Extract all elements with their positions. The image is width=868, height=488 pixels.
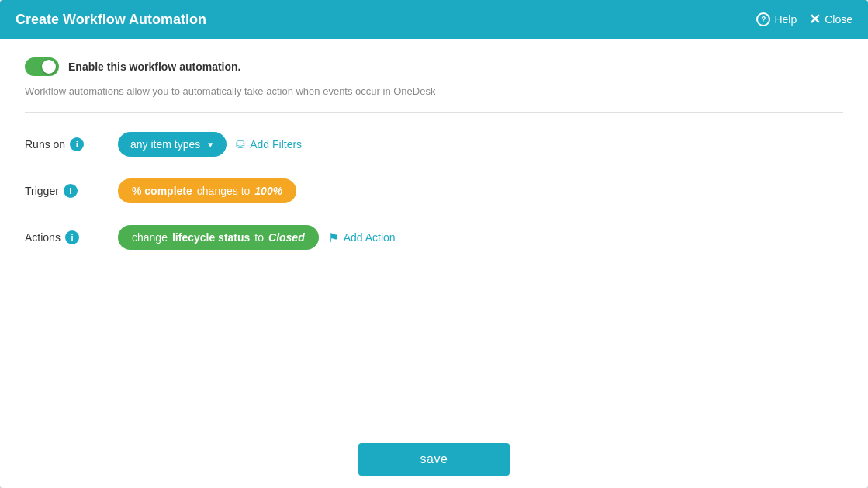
trigger-info-icon[interactable]: i bbox=[64, 184, 78, 198]
add-filters-label: Add Filters bbox=[250, 138, 302, 151]
action-pill[interactable]: change lifecycle status to Closed bbox=[118, 225, 319, 250]
runs-on-row: Runs on i any item types ▼ ⛁ Add Filters bbox=[25, 132, 843, 157]
action-prefix: change bbox=[132, 231, 168, 244]
flag-icon: ⚑ bbox=[328, 230, 339, 245]
close-label: Close bbox=[825, 13, 852, 26]
action-value: Closed bbox=[268, 231, 305, 244]
actions-label-col: Actions i bbox=[25, 230, 118, 244]
trigger-label-col: Trigger i bbox=[25, 184, 118, 198]
actions-info-icon[interactable]: i bbox=[65, 230, 79, 244]
add-action-label: Add Action bbox=[344, 231, 396, 244]
trigger-prefix: % complete bbox=[132, 185, 192, 197]
runs-on-value: any item types bbox=[130, 138, 200, 151]
trigger-label: Trigger bbox=[25, 185, 59, 197]
trigger-content: % complete changes to 100% bbox=[118, 178, 843, 203]
modal-footer: save bbox=[0, 431, 868, 488]
action-to: to bbox=[254, 231, 264, 244]
close-button[interactable]: ✕ Close bbox=[809, 11, 852, 28]
enable-toggle[interactable] bbox=[25, 57, 59, 76]
workflow-description: Workflow automations allow you to automa… bbox=[25, 85, 843, 97]
runs-on-label: Runs on bbox=[25, 138, 65, 151]
enable-label: Enable this workflow automation. bbox=[68, 61, 240, 73]
modal-title: Create Workflow Automation bbox=[16, 12, 206, 28]
action-middle: lifecycle status bbox=[172, 231, 250, 244]
help-button[interactable]: ? Help bbox=[756, 12, 797, 26]
actions-label: Actions bbox=[25, 231, 61, 244]
filter-icon: ⛁ bbox=[236, 138, 245, 151]
toggle-track[interactable] bbox=[25, 57, 59, 76]
actions-content: change lifecycle status to Closed ⚑ Add … bbox=[118, 225, 843, 250]
chevron-down-icon: ▼ bbox=[206, 140, 214, 149]
workflow-automation-modal: Create Workflow Automation ? Help ✕ Clos… bbox=[0, 0, 868, 488]
toggle-thumb bbox=[42, 60, 56, 74]
trigger-middle: changes to bbox=[197, 185, 251, 197]
section-divider bbox=[25, 112, 843, 113]
runs-on-dropdown[interactable]: any item types ▼ bbox=[118, 132, 227, 157]
help-icon: ? bbox=[756, 12, 770, 26]
header-actions: ? Help ✕ Close bbox=[756, 11, 852, 28]
save-button[interactable]: save bbox=[358, 443, 510, 476]
modal-header: Create Workflow Automation ? Help ✕ Clos… bbox=[0, 0, 868, 39]
trigger-value: 100% bbox=[254, 185, 282, 197]
actions-row: Actions i change lifecycle status to Clo… bbox=[25, 225, 843, 250]
body-spacer bbox=[25, 272, 843, 412]
close-icon: ✕ bbox=[809, 11, 821, 28]
help-label: Help bbox=[774, 13, 797, 26]
add-action-button[interactable]: ⚑ Add Action bbox=[328, 230, 396, 245]
enable-row: Enable this workflow automation. bbox=[25, 57, 843, 76]
runs-on-info-icon[interactable]: i bbox=[70, 137, 84, 151]
runs-on-label-col: Runs on i bbox=[25, 137, 118, 151]
trigger-pill[interactable]: % complete changes to 100% bbox=[118, 178, 296, 203]
modal-body: Enable this workflow automation. Workflo… bbox=[0, 39, 868, 431]
add-filters-button[interactable]: ⛁ Add Filters bbox=[236, 138, 302, 151]
trigger-row: Trigger i % complete changes to 100% bbox=[25, 178, 843, 203]
runs-on-content: any item types ▼ ⛁ Add Filters bbox=[118, 132, 843, 157]
